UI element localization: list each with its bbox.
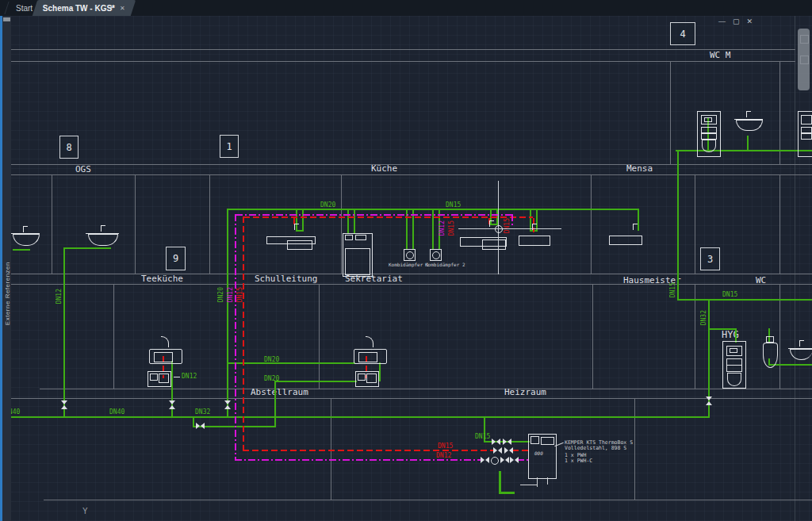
toilet-detail	[801, 133, 812, 140]
pipe-green	[677, 299, 812, 301]
pipe-magenta-drop	[511, 214, 513, 227]
pipe-label: DN20	[264, 357, 279, 363]
wall-line	[11, 174, 812, 175]
room-label: Schulleitung	[255, 274, 317, 284]
basin-fixture	[790, 349, 812, 360]
room-label: OGS	[75, 165, 91, 174]
faucet-icon	[366, 336, 373, 347]
application-window: Start Schema TW - KGS* ✕ + — ▢ ✕	[0, 0, 812, 521]
close-icon[interactable]: ✕	[747, 17, 753, 25]
wall-line	[779, 174, 780, 274]
valve-icon	[224, 400, 232, 409]
counter-fixture	[519, 236, 550, 246]
tab-schema-label: Schema TW - KGS*	[43, 4, 115, 13]
pipe-label: DN32	[195, 409, 210, 416]
kombidaempfer-circle	[406, 251, 414, 259]
canvas-right-border	[795, 16, 795, 521]
counter-fixture	[609, 236, 642, 245]
ucs-y-axis-label: Y	[82, 506, 88, 516]
kemper-pipe-stub	[537, 477, 538, 487]
urinal-fixture	[763, 343, 778, 368]
external-references-panel[interactable]: Externe Referenzen	[2, 16, 11, 521]
room-label: WC M	[710, 51, 731, 60]
boiler-detail	[358, 374, 366, 381]
pipe-label: DN12	[436, 453, 451, 459]
boiler-detail	[366, 374, 377, 383]
wall-line	[592, 284, 593, 389]
kemper-unit-detail	[530, 436, 539, 444]
pipe-label: DN20	[320, 202, 335, 209]
toilet-detail	[801, 127, 812, 133]
pipe-label: DN15	[504, 218, 511, 233]
maximize-icon[interactable]: ▢	[733, 17, 740, 25]
pipe-green	[499, 492, 515, 494]
pipe-label: DN40	[109, 409, 124, 416]
scrollbar-thumb[interactable]	[798, 29, 810, 90]
wall-line	[52, 174, 52, 274]
kemper-text-line: Volledelstahl, 898 S	[565, 445, 626, 451]
basin-fixture	[13, 234, 40, 246]
pipe-label: DN32	[701, 310, 707, 325]
grid-bubble: 8	[59, 136, 79, 159]
pipe-label: DN12	[56, 289, 63, 304]
document-tab-bar: Start Schema TW - KGS* ✕ +	[0, 0, 812, 17]
wall-line	[779, 61, 780, 164]
tab-schema[interactable]: Schema TW - KGS* ✕	[33, 0, 136, 16]
kemper-pipe-stub	[547, 477, 548, 485]
sink-bowl	[154, 352, 173, 362]
pipe-magenta-riser	[235, 214, 236, 460]
equipment-label: Kombidämpfer 2	[425, 262, 465, 267]
panel-vertical-title: Externe Referenzen	[4, 262, 11, 325]
wall-line	[634, 398, 635, 500]
pipe-green-riser	[227, 209, 228, 417]
wall-line	[319, 284, 320, 389]
room-label: Mensa	[626, 164, 653, 174]
room-label: Küche	[371, 164, 397, 174]
drawing-canvas[interactable]: — ▢ ✕ 4 8	[0, 16, 812, 521]
drawing-window-controls: — ▢ ✕	[718, 17, 753, 25]
pipe-label: DN15	[446, 202, 461, 209]
pipe-magenta	[235, 459, 484, 461]
toilet-cistern	[801, 115, 812, 125]
pipe-label: DN15	[449, 220, 455, 236]
tab-separator	[4, 2, 9, 14]
tab-close-icon[interactable]: ✕	[120, 5, 125, 12]
wall-line	[135, 174, 136, 274]
pipe-green	[13, 249, 30, 251]
pipe-green	[676, 150, 812, 151]
crosshair-cursor	[458, 228, 561, 229]
toilet-cistern-detail	[704, 117, 712, 122]
pipe-green-drop	[747, 136, 749, 151]
kemper-display-text: 000	[534, 450, 543, 456]
dishwasher-panel	[355, 235, 366, 240]
faucet-icon	[294, 224, 299, 230]
urinal-flush-box	[766, 336, 774, 343]
wall-line	[670, 61, 671, 164]
pipe-label: DN15	[475, 434, 490, 440]
room-label: Abstellraum	[251, 388, 308, 397]
toilet-detail	[701, 127, 717, 133]
pipe-green-drop	[638, 209, 639, 231]
dishwasher-door	[345, 248, 370, 275]
pipe-green-drop	[302, 210, 304, 231]
boiler-detail	[150, 374, 158, 381]
wall-line	[44, 500, 812, 500]
panel-accent-bar	[0, 16, 2, 521]
pipe-green	[65, 247, 111, 249]
grid-bubble: 9	[166, 247, 186, 270]
toilet-bowl	[727, 373, 741, 386]
faucet-icon	[161, 336, 169, 347]
new-tab-button[interactable]: +	[109, 2, 114, 13]
wall-line	[113, 284, 114, 389]
minimize-icon[interactable]: —	[718, 17, 726, 25]
faucet-icon	[101, 225, 105, 232]
navbar-icon	[800, 56, 809, 64]
panel-grip-icon	[3, 17, 10, 21]
wall-line	[40, 389, 812, 389]
kombidaempfer-circle	[432, 251, 440, 259]
wall-line	[341, 174, 342, 274]
pipe-label: DN15	[237, 287, 243, 302]
faucet-icon	[799, 340, 804, 347]
valve-icon	[196, 423, 205, 430]
room-label: Teeküche	[141, 274, 183, 284]
